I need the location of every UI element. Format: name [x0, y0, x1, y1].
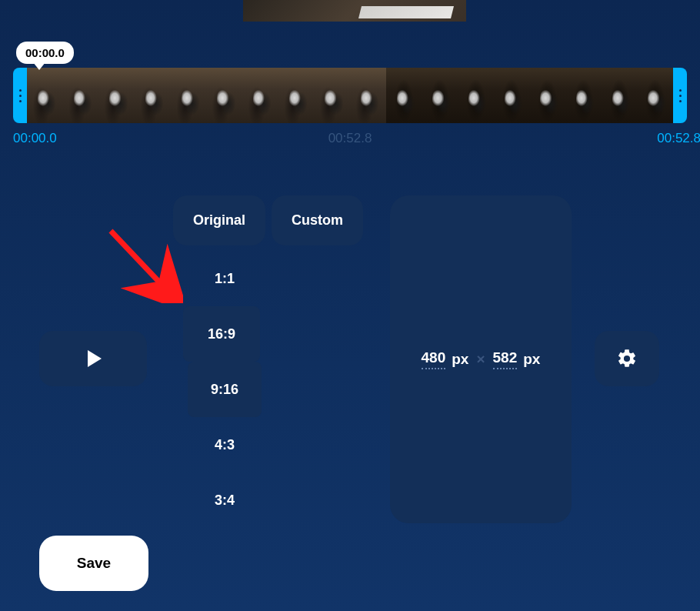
- playhead-tooltip: 00:00.0: [16, 42, 74, 64]
- height-unit: px: [523, 351, 540, 368]
- timeline-labels: 00:00.0 00:52.8 00:52.8: [13, 131, 687, 149]
- timeline-start-time: 00:00.0: [13, 131, 57, 146]
- timeline-track[interactable]: [13, 68, 687, 123]
- timeline-frame: [458, 68, 494, 123]
- gear-icon: [616, 348, 638, 369]
- timeline-frame: [350, 68, 386, 123]
- timeline-frame: [602, 68, 638, 123]
- ratio-1-1[interactable]: 1:1: [188, 251, 262, 306]
- aspect-ratio-list: 1:1 16:9 9:16 4:3 3:4: [188, 251, 262, 528]
- annotation-arrow-icon: [106, 226, 183, 303]
- aspect-tabs: Original Custom: [173, 195, 363, 245]
- dimension-panel: 480 px × 582 px: [390, 195, 572, 523]
- timeline-frame: [565, 68, 602, 123]
- timeline-frame: [63, 68, 99, 123]
- tab-original[interactable]: Original: [173, 195, 265, 245]
- ratio-3-4[interactable]: 3:4: [188, 472, 262, 528]
- timeline-frame: [27, 68, 63, 123]
- height-value[interactable]: 582: [493, 349, 518, 369]
- timeline-frame: [242, 68, 278, 123]
- timeline-frame: [386, 68, 422, 123]
- width-value[interactable]: 480: [422, 349, 446, 369]
- trim-handle-left[interactable]: [13, 68, 27, 123]
- timeline-frame: [98, 68, 135, 123]
- svg-line-0: [111, 231, 166, 289]
- timeline-frame: [278, 68, 315, 123]
- video-preview-thumbnail: [243, 0, 466, 22]
- timeline-frame: [637, 68, 673, 123]
- timeline-frame: [494, 68, 530, 123]
- settings-button[interactable]: [595, 331, 659, 386]
- timeline-frame: [206, 68, 242, 123]
- play-icon: [88, 350, 102, 367]
- dimension-separator: ×: [475, 351, 486, 368]
- ratio-4-3[interactable]: 4:3: [188, 417, 262, 472]
- timeline-frame: [529, 68, 565, 123]
- save-button[interactable]: Save: [39, 536, 148, 591]
- trim-handle-right[interactable]: [673, 68, 687, 123]
- grip-dots-icon: [19, 89, 22, 102]
- timeline-frame: [171, 68, 207, 123]
- tab-custom[interactable]: Custom: [272, 195, 363, 245]
- timeline-frame: [135, 68, 171, 123]
- grip-dots-icon: [679, 89, 682, 102]
- timeline-frame: [422, 68, 458, 123]
- ratio-16-9[interactable]: 16:9: [183, 306, 260, 362]
- timeline-frames[interactable]: [27, 68, 673, 123]
- timeline-mid-time: 00:52.8: [328, 131, 372, 146]
- width-unit: px: [452, 351, 468, 368]
- play-button[interactable]: [39, 331, 147, 386]
- ratio-9-16[interactable]: 9:16: [188, 362, 262, 417]
- timeline-region: 00:00.0 00:00.0: [13, 34, 687, 108]
- timeline-frame: [314, 68, 350, 123]
- dimension-readout: 480 px × 582 px: [422, 349, 541, 369]
- timeline-end-time: 00:52.8: [657, 131, 700, 146]
